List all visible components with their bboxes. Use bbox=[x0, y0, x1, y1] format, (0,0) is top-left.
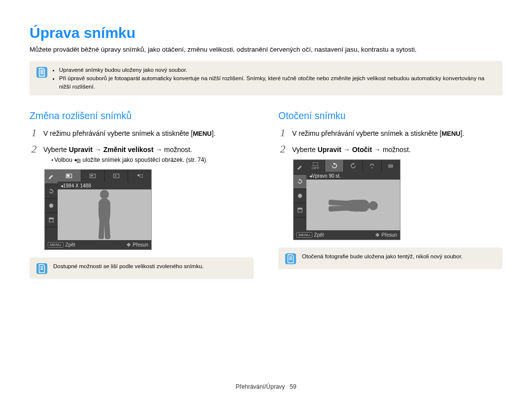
left-heading: Změna rozlišení snímků bbox=[30, 110, 254, 122]
step2-bold2: Otočit bbox=[352, 146, 372, 154]
svg-rect-1 bbox=[77, 159, 80, 163]
svg-point-3 bbox=[49, 204, 53, 208]
step-number: 2 bbox=[278, 144, 287, 154]
left-column: Změna rozlišení snímků 1 V režimu přehrá… bbox=[30, 110, 254, 279]
right-step-1: 1 V režimu přehrávání vyberte snímek a s… bbox=[278, 127, 502, 139]
startup-icon bbox=[136, 173, 143, 179]
top-option bbox=[344, 160, 363, 172]
svg-rect-7 bbox=[67, 175, 70, 177]
svg-point-0 bbox=[75, 159, 77, 161]
rotate-90-icon bbox=[331, 162, 338, 169]
step2-text-post: možnost. bbox=[164, 146, 192, 154]
svg-point-12 bbox=[137, 174, 139, 176]
back-label: Zpět bbox=[66, 242, 75, 247]
size-icon bbox=[89, 173, 96, 179]
page-title: Úprava snímku bbox=[30, 25, 502, 41]
palette-icon bbox=[297, 192, 303, 199]
intro-text: Můžete provádět běžné úpravy snímků, jak… bbox=[30, 45, 502, 54]
top-note-content: Upravené snímky budou uloženy jako nový … bbox=[53, 66, 496, 91]
page-icon bbox=[36, 263, 47, 274]
right-heading: Otočení snímku bbox=[278, 110, 502, 122]
back-label: Zpět bbox=[314, 232, 324, 238]
lcd-info-text: 1984 X 1488 bbox=[63, 183, 91, 188]
top-option bbox=[363, 160, 382, 172]
nav-icon: ✥ bbox=[375, 232, 379, 238]
lcd-info-text: Vpravo 90 st. bbox=[312, 173, 341, 179]
svg-rect-17 bbox=[313, 162, 318, 165]
camera-lcd-resize: ◂ 1984 X 1488 MENU Zpět ✥ bbox=[44, 169, 152, 250]
step2-text-pre: Vyberte bbox=[292, 146, 318, 154]
step2-arrow2: → bbox=[372, 146, 383, 154]
svg-rect-16 bbox=[298, 208, 302, 210]
palette-icon bbox=[48, 202, 55, 209]
edit-icon bbox=[297, 164, 303, 171]
rotate-180-icon bbox=[368, 162, 375, 169]
adjust-icon bbox=[48, 216, 55, 223]
left-note-text: Dostupné možnosti se liší podle velikost… bbox=[53, 262, 204, 271]
top-option bbox=[128, 170, 151, 182]
rotate-icon bbox=[48, 188, 55, 195]
step-number: 1 bbox=[30, 127, 38, 138]
side-tab bbox=[45, 213, 58, 227]
left-note-box: Dostupné možnosti se liší podle velikost… bbox=[30, 257, 254, 279]
step2-arrow1: → bbox=[341, 146, 352, 154]
step1-text-post: ]. bbox=[212, 129, 216, 137]
note-icon bbox=[36, 67, 47, 78]
side-tab bbox=[45, 184, 58, 198]
adjust-icon bbox=[297, 207, 303, 214]
top-note-box: Upravené snímky budou uloženy jako nový … bbox=[30, 61, 502, 95]
menu-chip: MENU bbox=[297, 232, 312, 238]
person-silhouette-rotated bbox=[319, 191, 388, 220]
nav-icon: ✥ bbox=[127, 242, 131, 247]
step2-bold2: Změnit velikost bbox=[103, 146, 154, 154]
menu-button-label: MENU bbox=[193, 129, 211, 138]
top-option bbox=[325, 160, 344, 172]
side-tab bbox=[294, 203, 306, 217]
right-step-2: 2 Vyberte Upravit → Otočit → možnost. bbox=[278, 144, 502, 155]
top-option bbox=[81, 170, 105, 182]
note-icon bbox=[36, 263, 47, 274]
person-silhouette bbox=[92, 189, 117, 240]
step2-text-post: možnost. bbox=[383, 146, 411, 154]
side-tab bbox=[294, 175, 306, 189]
right-column: Otočení snímku 1 V režimu přehrávání vyb… bbox=[278, 110, 502, 269]
footer-page-number: 59 bbox=[290, 383, 296, 390]
camera-lcd-rotate: OFF ◂ Vpravo 90 st. MEN bbox=[293, 159, 400, 240]
step1-text-post: ]. bbox=[461, 129, 465, 137]
note-icon bbox=[285, 253, 296, 264]
edit-icon bbox=[48, 173, 55, 180]
rotate-icon bbox=[297, 178, 303, 185]
step-number: 2 bbox=[30, 144, 38, 154]
left-step-1: 1 V režimu přehrávání vyberte snímek a s… bbox=[30, 127, 254, 139]
svg-rect-13 bbox=[140, 174, 143, 177]
side-tab bbox=[294, 160, 306, 174]
move-label: Přesun bbox=[133, 242, 148, 247]
top-note-bullet: Při úpravě souborů je fotoaparát automat… bbox=[59, 74, 496, 91]
step2-bold1: Upravit bbox=[318, 146, 341, 154]
top-option bbox=[382, 160, 400, 172]
top-option bbox=[105, 170, 129, 182]
step1-text-pre: V režimu přehrávání vyberte snímek a sti… bbox=[292, 129, 441, 137]
top-option bbox=[58, 170, 81, 182]
left-step-2: 2 Vyberte Upravit → Změnit velikost → mo… bbox=[30, 144, 254, 164]
size-icon bbox=[66, 173, 72, 179]
size-icon bbox=[113, 173, 120, 179]
side-tab bbox=[45, 170, 58, 184]
right-note-text: Otočená fotografie bude uložena jako ten… bbox=[302, 252, 463, 261]
svg-point-14 bbox=[298, 194, 302, 198]
flip-icon bbox=[387, 163, 394, 169]
top-option: OFF bbox=[306, 160, 325, 172]
svg-point-2 bbox=[78, 160, 79, 162]
rotate-left-icon bbox=[350, 162, 357, 169]
move-label: Přesun bbox=[381, 232, 397, 238]
menu-chip: MENU bbox=[48, 242, 64, 247]
startup-image-icon bbox=[74, 157, 81, 162]
page-footer: Přehrávání/Úpravy 59 bbox=[0, 383, 532, 390]
right-note-box: Otočená fotografie bude uložena jako ten… bbox=[278, 247, 502, 269]
menu-button-label: MENU bbox=[441, 129, 460, 138]
top-note-bullet: Upravené snímky budou uloženy jako nový … bbox=[59, 66, 496, 74]
side-tab bbox=[294, 189, 306, 203]
svg-rect-5 bbox=[49, 218, 53, 219]
side-tab bbox=[45, 199, 58, 213]
step1-text-pre: V režimu přehrávání vyberte snímek a sti… bbox=[43, 129, 193, 137]
